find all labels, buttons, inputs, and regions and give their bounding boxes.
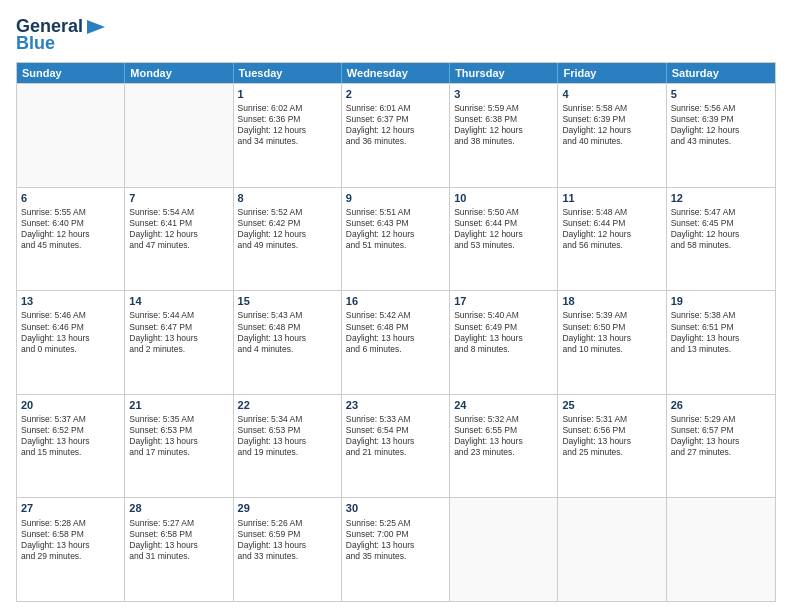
day-cell-7: 7Sunrise: 5:54 AMSunset: 6:41 PMDaylight… xyxy=(125,188,233,291)
day-cell-21: 21Sunrise: 5:35 AMSunset: 6:53 PMDayligh… xyxy=(125,395,233,498)
cell-info-line: Sunset: 6:56 PM xyxy=(562,425,661,436)
cell-info-line: Sunrise: 5:33 AM xyxy=(346,414,445,425)
cell-info-line: Sunset: 6:50 PM xyxy=(562,322,661,333)
cell-info-line: Sunrise: 5:50 AM xyxy=(454,207,553,218)
cell-info-line: Sunrise: 5:40 AM xyxy=(454,310,553,321)
day-cell-23: 23Sunrise: 5:33 AMSunset: 6:54 PMDayligh… xyxy=(342,395,450,498)
day-number: 24 xyxy=(454,398,553,412)
day-number: 12 xyxy=(671,191,771,205)
cell-info-line: Sunset: 6:43 PM xyxy=(346,218,445,229)
cell-info-line: Sunset: 6:53 PM xyxy=(238,425,337,436)
cell-info-line: and 36 minutes. xyxy=(346,136,445,147)
header: General Blue xyxy=(16,16,776,54)
cell-info-line: Daylight: 12 hours xyxy=(671,125,771,136)
day-header-thursday: Thursday xyxy=(450,63,558,83)
cell-info-line: Sunset: 6:57 PM xyxy=(671,425,771,436)
cell-info-line: Sunrise: 5:59 AM xyxy=(454,103,553,114)
day-cell-empty-4-6 xyxy=(667,498,775,601)
day-number: 9 xyxy=(346,191,445,205)
day-cell-empty-4-5 xyxy=(558,498,666,601)
cell-info-line: Sunset: 6:39 PM xyxy=(562,114,661,125)
calendar-row-0: 1Sunrise: 6:02 AMSunset: 6:36 PMDaylight… xyxy=(17,83,775,187)
cell-info-line: and 34 minutes. xyxy=(238,136,337,147)
cell-info-line: Sunset: 7:00 PM xyxy=(346,529,445,540)
day-cell-26: 26Sunrise: 5:29 AMSunset: 6:57 PMDayligh… xyxy=(667,395,775,498)
day-cell-18: 18Sunrise: 5:39 AMSunset: 6:50 PMDayligh… xyxy=(558,291,666,394)
calendar-body: 1Sunrise: 6:02 AMSunset: 6:36 PMDaylight… xyxy=(17,83,775,601)
cell-info-line: Daylight: 13 hours xyxy=(21,333,120,344)
svg-marker-0 xyxy=(87,20,105,34)
cell-info-line: Sunset: 6:55 PM xyxy=(454,425,553,436)
day-number: 25 xyxy=(562,398,661,412)
day-number: 15 xyxy=(238,294,337,308)
cell-info-line: Daylight: 13 hours xyxy=(238,436,337,447)
day-number: 8 xyxy=(238,191,337,205)
cell-info-line: Sunset: 6:58 PM xyxy=(21,529,120,540)
cell-info-line: Daylight: 12 hours xyxy=(238,229,337,240)
calendar-row-1: 6Sunrise: 5:55 AMSunset: 6:40 PMDaylight… xyxy=(17,187,775,291)
day-cell-20: 20Sunrise: 5:37 AMSunset: 6:52 PMDayligh… xyxy=(17,395,125,498)
cell-info-line: Daylight: 13 hours xyxy=(238,540,337,551)
logo-blue-text: Blue xyxy=(16,33,55,54)
cell-info-line: Daylight: 12 hours xyxy=(346,125,445,136)
cell-info-line: Daylight: 13 hours xyxy=(671,436,771,447)
cell-info-line: Sunrise: 5:37 AM xyxy=(21,414,120,425)
cell-info-line: Sunrise: 5:26 AM xyxy=(238,518,337,529)
cell-info-line: Sunset: 6:37 PM xyxy=(346,114,445,125)
cell-info-line: Sunrise: 5:51 AM xyxy=(346,207,445,218)
cell-info-line: Sunrise: 5:34 AM xyxy=(238,414,337,425)
cell-info-line: Sunrise: 5:35 AM xyxy=(129,414,228,425)
day-cell-1: 1Sunrise: 6:02 AMSunset: 6:36 PMDaylight… xyxy=(234,84,342,187)
cell-info-line: Daylight: 13 hours xyxy=(454,333,553,344)
logo-flag-icon xyxy=(85,18,107,36)
calendar: SundayMondayTuesdayWednesdayThursdayFrid… xyxy=(16,62,776,602)
cell-info-line: Sunrise: 6:01 AM xyxy=(346,103,445,114)
cell-info-line: Daylight: 12 hours xyxy=(562,125,661,136)
day-number: 29 xyxy=(238,501,337,515)
cell-info-line: and 2 minutes. xyxy=(129,344,228,355)
cell-info-line: Sunrise: 5:47 AM xyxy=(671,207,771,218)
cell-info-line: Sunset: 6:54 PM xyxy=(346,425,445,436)
cell-info-line: Sunset: 6:44 PM xyxy=(562,218,661,229)
day-number: 20 xyxy=(21,398,120,412)
cell-info-line: and 8 minutes. xyxy=(454,344,553,355)
cell-info-line: Sunrise: 5:46 AM xyxy=(21,310,120,321)
cell-info-line: Sunrise: 5:52 AM xyxy=(238,207,337,218)
cell-info-line: Daylight: 12 hours xyxy=(129,229,228,240)
cell-info-line: Sunrise: 5:55 AM xyxy=(21,207,120,218)
cell-info-line: and 40 minutes. xyxy=(562,136,661,147)
cell-info-line: Sunrise: 5:31 AM xyxy=(562,414,661,425)
cell-info-line: Sunrise: 5:58 AM xyxy=(562,103,661,114)
cell-info-line: and 27 minutes. xyxy=(671,447,771,458)
day-number: 5 xyxy=(671,87,771,101)
calendar-row-4: 27Sunrise: 5:28 AMSunset: 6:58 PMDayligh… xyxy=(17,497,775,601)
cell-info-line: Sunrise: 5:28 AM xyxy=(21,518,120,529)
cell-info-line: Sunrise: 5:42 AM xyxy=(346,310,445,321)
day-cell-17: 17Sunrise: 5:40 AMSunset: 6:49 PMDayligh… xyxy=(450,291,558,394)
cell-info-line: and 58 minutes. xyxy=(671,240,771,251)
cell-info-line: and 0 minutes. xyxy=(21,344,120,355)
day-number: 17 xyxy=(454,294,553,308)
cell-info-line: Sunrise: 5:38 AM xyxy=(671,310,771,321)
cell-info-line: and 35 minutes. xyxy=(346,551,445,562)
cell-info-line: Daylight: 13 hours xyxy=(346,436,445,447)
cell-info-line: Sunset: 6:40 PM xyxy=(21,218,120,229)
day-header-friday: Friday xyxy=(558,63,666,83)
cell-info-line: and 21 minutes. xyxy=(346,447,445,458)
cell-info-line: Sunset: 6:46 PM xyxy=(21,322,120,333)
day-number: 30 xyxy=(346,501,445,515)
cell-info-line: and 23 minutes. xyxy=(454,447,553,458)
cell-info-line: Sunset: 6:39 PM xyxy=(671,114,771,125)
cell-info-line: Daylight: 13 hours xyxy=(346,333,445,344)
day-cell-19: 19Sunrise: 5:38 AMSunset: 6:51 PMDayligh… xyxy=(667,291,775,394)
cell-info-line: Daylight: 13 hours xyxy=(562,436,661,447)
day-number: 27 xyxy=(21,501,120,515)
day-cell-25: 25Sunrise: 5:31 AMSunset: 6:56 PMDayligh… xyxy=(558,395,666,498)
cell-info-line: and 29 minutes. xyxy=(21,551,120,562)
cell-info-line: and 49 minutes. xyxy=(238,240,337,251)
day-cell-11: 11Sunrise: 5:48 AMSunset: 6:44 PMDayligh… xyxy=(558,188,666,291)
day-cell-28: 28Sunrise: 5:27 AMSunset: 6:58 PMDayligh… xyxy=(125,498,233,601)
cell-info-line: Daylight: 13 hours xyxy=(129,333,228,344)
cell-info-line: Sunset: 6:48 PM xyxy=(238,322,337,333)
cell-info-line: Sunset: 6:38 PM xyxy=(454,114,553,125)
